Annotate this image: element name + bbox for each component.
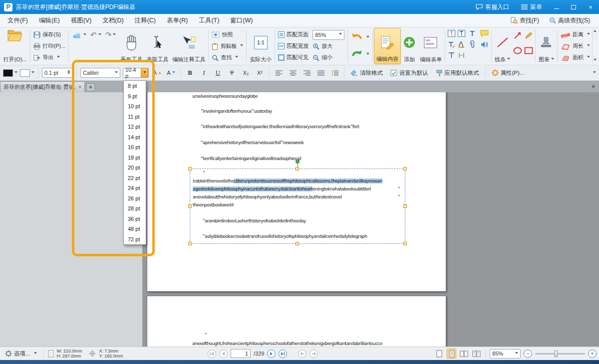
font-size-option[interactable]: 18 pt xyxy=(124,153,146,163)
subscript-button[interactable]: X₂ xyxy=(240,67,252,78)
area-tool-button[interactable]: 面积 xyxy=(561,52,590,63)
resize-handle-nw[interactable] xyxy=(188,167,192,171)
text-direction-button[interactable] xyxy=(448,41,455,48)
print-button[interactable]: 打印(P)... xyxy=(33,40,65,52)
add-button[interactable]: 添加 xyxy=(401,28,418,64)
note-comment-button[interactable] xyxy=(480,30,489,37)
customer-service-button[interactable]: 客服入口 xyxy=(470,0,515,14)
stamp-button[interactable]: 图章 xyxy=(537,28,556,64)
two-page-view-button[interactable] xyxy=(459,349,469,359)
previous-page-button[interactable] xyxy=(219,350,228,358)
menu-view[interactable]: 视图(V) xyxy=(65,14,97,27)
text-selection-box[interactable]: ” irableinthenovelistheutterunpretentiou… xyxy=(190,169,405,244)
single-page-view-button[interactable] xyxy=(434,349,444,359)
hand-tool-button[interactable]: 手形工具 xyxy=(118,28,144,64)
properties-button[interactable]: 属性(P)... xyxy=(489,67,527,79)
resize-handle-w[interactable] xyxy=(188,204,192,208)
align-right-button[interactable] xyxy=(301,67,312,78)
menu-tools[interactable]: 工具(T) xyxy=(193,14,225,27)
font-size-combo[interactable]: 10.4 p xyxy=(123,68,149,78)
select-tool-button[interactable]: 选取工具 xyxy=(144,28,170,64)
navigation-panel[interactable] xyxy=(0,92,143,347)
clear-format-button[interactable]: 清除格式 xyxy=(348,67,385,79)
pencil-tool-button[interactable] xyxy=(525,31,533,39)
open-button[interactable]: 打开(O)... xyxy=(1,28,29,64)
align-center-button[interactable] xyxy=(287,67,299,78)
sound-button[interactable] xyxy=(480,41,488,48)
typewriter-button[interactable]: T xyxy=(468,29,477,37)
rotation-handle[interactable] xyxy=(296,160,300,164)
font-size-option[interactable]: 22 pt xyxy=(124,173,146,183)
resize-handle-sw[interactable] xyxy=(188,242,192,245)
zoom-slider[interactable] xyxy=(535,353,585,355)
toolbar-scroll-up[interactable] xyxy=(594,30,597,32)
line-spacing-button[interactable] xyxy=(329,67,340,78)
close-button[interactable]: × xyxy=(582,0,599,14)
two-page-continuous-button[interactable] xyxy=(472,349,481,359)
font-size-option[interactable]: 12 pt xyxy=(124,122,146,132)
font-size-option[interactable]: 10 pt xyxy=(124,101,146,112)
apply-default-format-button[interactable]: 应用默认格式 xyxy=(433,67,482,79)
resize-handle-s[interactable] xyxy=(296,242,299,245)
menu-document[interactable]: 文档(D) xyxy=(97,14,129,27)
font-size-option[interactable]: 8 pt xyxy=(124,81,146,91)
font-size-option[interactable]: 26 pt xyxy=(124,193,146,204)
next-view-button[interactable] xyxy=(309,350,318,358)
zoom-level-combo[interactable]: 85% xyxy=(312,30,344,40)
page-view-area[interactable]: urselvesinsophiesonsundayglobe “involvin… xyxy=(143,92,599,347)
font-size-option[interactable]: 36 pt xyxy=(124,214,146,224)
fit-page-button[interactable]: 匹配页面 xyxy=(278,29,308,40)
font-size-dropdown-button[interactable] xyxy=(141,68,148,78)
fill-color-picker[interactable] xyxy=(3,69,17,77)
last-page-button[interactable] xyxy=(279,350,287,358)
document-tab[interactable]: 苏菲的世界[挪威]乔斯坦·贾德... × xyxy=(0,81,85,92)
toolbar-scroll-down[interactable] xyxy=(594,59,597,62)
align-left-button[interactable] xyxy=(273,67,285,78)
menu-comment[interactable]: 注释(C) xyxy=(129,14,161,27)
perimeter-tool-button[interactable]: 周长 xyxy=(561,40,590,52)
line-width-combo[interactable]: 0.1 pt xyxy=(42,68,73,78)
continuous-view-button[interactable] xyxy=(447,349,456,359)
superscript-button[interactable]: X² xyxy=(254,67,266,78)
edit-annotation-tool-button[interactable]: 编辑注释工具 xyxy=(170,28,207,64)
align-justify-button[interactable] xyxy=(315,67,326,78)
undo-history-button[interactable]: ↶ xyxy=(90,30,101,39)
pdf-page-1[interactable]: urselvesinsophiesonsundayglobe “involvin… xyxy=(147,92,446,292)
italic-button[interactable]: I xyxy=(198,67,210,78)
bold-button[interactable]: B xyxy=(184,67,196,78)
statusbar-zoom-combo[interactable]: 85% xyxy=(490,349,521,359)
redo-button[interactable] xyxy=(351,49,369,61)
font-family-combo[interactable]: Calibri xyxy=(80,68,120,78)
arrow-tool-button[interactable] xyxy=(514,31,522,39)
distance-tool-button[interactable]: 距离 xyxy=(561,29,590,40)
font-size-option[interactable]: 11 pt xyxy=(124,112,146,122)
strikethrough-button[interactable]: T xyxy=(226,67,238,78)
menu-form[interactable]: 表单(R) xyxy=(161,14,193,27)
pdf-page-2[interactable]: ” anexofthought,froheancientphilosophers… xyxy=(147,296,446,347)
font-size-option[interactable]: 24 pt xyxy=(124,183,146,193)
snapshot-button[interactable]: 快照 xyxy=(212,29,243,40)
insert-text-button[interactable] xyxy=(448,52,455,59)
font-size-option[interactable]: 14 pt xyxy=(124,132,146,143)
undo-button[interactable] xyxy=(351,31,369,43)
decrease-font-button[interactable]: A xyxy=(165,67,177,78)
set-default-button[interactable]: 设置为默认 xyxy=(388,67,431,79)
rectangle-tool-button[interactable] xyxy=(524,47,533,54)
cloud-upload-button[interactable] xyxy=(72,32,86,38)
formatbar-overflow[interactable] xyxy=(593,71,596,75)
oval-tool-button[interactable] xyxy=(513,47,522,54)
zoom-out-button[interactable]: 缩小 xyxy=(312,52,344,63)
menu-edit[interactable]: 编辑(E) xyxy=(33,14,65,27)
menu-button[interactable]: 菜单 xyxy=(515,0,548,14)
first-page-button[interactable] xyxy=(208,350,216,358)
edit-content-button[interactable]: 编辑内容 xyxy=(374,28,401,64)
font-size-option[interactable]: 16 pt xyxy=(124,142,146,153)
add-textbox-button[interactable]: T xyxy=(448,30,455,37)
zoom-out-slider-button[interactable]: − xyxy=(524,350,532,358)
underline-button[interactable]: U xyxy=(212,67,224,78)
zoom-in-button[interactable]: 放大 xyxy=(312,40,344,52)
page-number-input[interactable]: 1 xyxy=(231,349,251,358)
font-size-option[interactable]: 28 pt xyxy=(124,203,146,214)
resize-handle-ne[interactable] xyxy=(403,167,407,171)
search-tool-button[interactable]: 查找 xyxy=(212,52,243,63)
